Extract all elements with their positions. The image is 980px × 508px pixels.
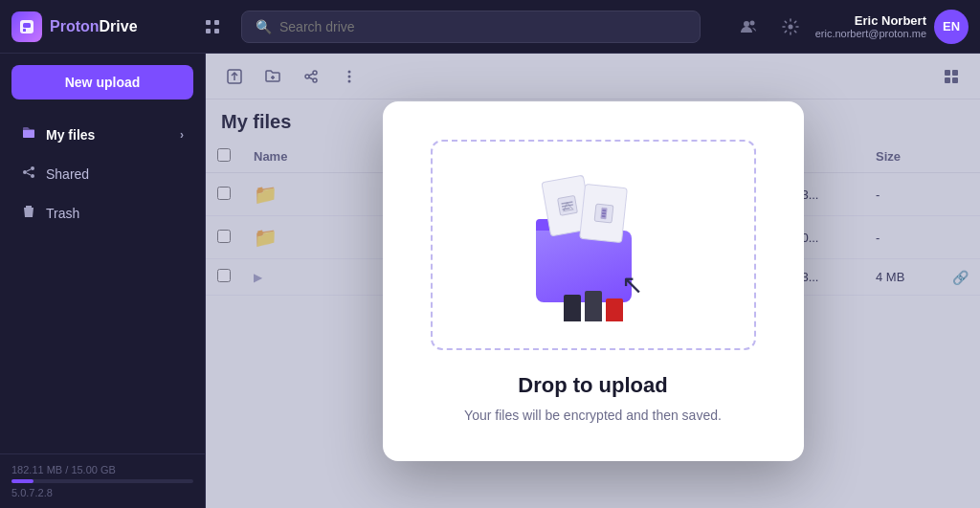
- drop-overlay: ↖ Drop to upload Your files will be encr…: [206, 54, 980, 508]
- user-name: Eric Norbert: [815, 13, 926, 28]
- file-bars: [564, 291, 623, 321]
- my-files-icon: [21, 125, 36, 144]
- contacts-button[interactable]: [731, 10, 766, 44]
- main-layout: New upload My files ›: [0, 54, 980, 508]
- version-label: 5.0.7.2.8: [11, 487, 193, 498]
- file-bar-3: [606, 298, 623, 321]
- shared-icon: [21, 165, 36, 184]
- settings-button[interactable]: [773, 10, 808, 44]
- search-icon: 🔍: [256, 19, 272, 34]
- svg-rect-2: [23, 29, 26, 32]
- search-input[interactable]: [279, 19, 686, 34]
- file-bar-1: [564, 295, 581, 321]
- svg-point-7: [744, 21, 749, 27]
- header-actions: Eric Norbert eric.norbert@proton.me EN: [731, 10, 969, 44]
- svg-line-13: [27, 169, 31, 171]
- svg-line-14: [27, 173, 31, 175]
- user-email: eric.norbert@proton.me: [815, 28, 926, 39]
- svg-point-11: [31, 166, 34, 170]
- cursor-icon: ↖: [621, 269, 643, 300]
- search-bar[interactable]: 🔍: [241, 11, 701, 43]
- sidebar-footer: 182.11 MB / 15.00 GB 5.0.7.2.8: [0, 453, 205, 508]
- chevron-right-icon: ›: [180, 128, 184, 142]
- drop-title: Drop to upload: [518, 373, 667, 398]
- storage-bar-fill: [11, 479, 33, 483]
- sidebar-item-shared[interactable]: Shared: [6, 155, 199, 193]
- doc2-icon: [579, 183, 628, 242]
- header: ProtonDrive 🔍 Eric Norbert eric.norbert@: [0, 0, 980, 54]
- logo-text: ProtonDrive: [50, 18, 138, 35]
- new-upload-button[interactable]: New upload: [11, 65, 193, 99]
- sidebar-nav: My files › Shared: [0, 111, 205, 453]
- svg-rect-1: [23, 23, 31, 28]
- sidebar-item-trash-label: Trash: [46, 206, 79, 221]
- drop-modal: ↖ Drop to upload Your files will be encr…: [383, 101, 804, 461]
- user-avatar[interactable]: EN: [934, 10, 969, 44]
- svg-rect-5: [206, 29, 211, 33]
- svg-rect-4: [214, 20, 219, 25]
- proton-logo-icon: [11, 11, 42, 42]
- svg-point-10: [23, 170, 27, 174]
- sidebar-item-my-files[interactable]: My files ›: [6, 116, 199, 154]
- user-info: Eric Norbert eric.norbert@proton.me: [815, 13, 926, 39]
- sidebar-item-trash[interactable]: Trash: [6, 194, 199, 232]
- logo-area: ProtonDrive: [11, 11, 184, 42]
- svg-point-8: [749, 20, 754, 25]
- storage-label: 182.11 MB / 15.00 GB: [11, 464, 193, 475]
- user-area[interactable]: Eric Norbert eric.norbert@proton.me EN: [815, 10, 969, 44]
- upload-illustration: ↖: [517, 168, 670, 321]
- sidebar-item-shared-label: Shared: [46, 166, 89, 182]
- svg-point-9: [788, 24, 792, 29]
- svg-point-12: [31, 174, 34, 178]
- sidebar: New upload My files ›: [0, 54, 206, 508]
- trash-icon: [21, 204, 36, 223]
- svg-rect-6: [214, 29, 219, 33]
- content-area: My files Name Modified ↑ Size: [206, 54, 980, 508]
- file-bar-2: [585, 291, 602, 321]
- app-grid-button[interactable]: [195, 10, 230, 44]
- sidebar-item-my-files-label: My files: [46, 127, 95, 143]
- drop-subtitle: Your files will be encrypted and then sa…: [464, 408, 722, 423]
- drop-zone: ↖: [431, 140, 756, 350]
- svg-rect-3: [206, 20, 211, 25]
- storage-bar-background: [11, 479, 193, 483]
